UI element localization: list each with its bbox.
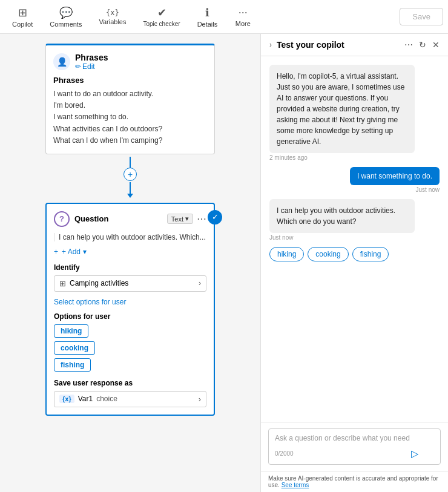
copilot-header: › Test your copilot ⋯ ↻ ✕ — [261, 34, 448, 56]
expand-icon[interactable]: › — [269, 41, 272, 49]
add-connector-button[interactable]: + — [124, 168, 137, 181]
chat-input-box: Ask a question or describe what you need… — [268, 428, 441, 465]
question-icon: ? — [54, 211, 70, 227]
option-tag[interactable]: hiking — [54, 324, 88, 338]
toolbar-copilot-label: Copilot — [12, 21, 33, 28]
bot-message: Hello, I'm copilot-5, a virtual assistan… — [269, 65, 415, 153]
save-response-row[interactable]: {x} Var1 choice › — [54, 391, 206, 407]
bot-message-wrap: I can help you with outdoor activities. … — [269, 199, 440, 241]
chat-input-placeholder[interactable]: Ask a question or describe what you need — [275, 434, 418, 442]
copilot-title: Test your copilot — [277, 40, 400, 50]
more-icon: ··· — [239, 6, 248, 19]
question-card: ? Question Text ▾ ⋯ ✓ I can help you wit… — [45, 203, 215, 416]
select-options-link[interactable]: Select options for user — [54, 298, 206, 306]
phrases-card-icon: 👤 — [53, 53, 70, 70]
connector-top: + — [124, 157, 137, 194]
toolbar-variables-label: Variables — [99, 18, 126, 25]
question-card-header: ? Question Text ▾ ⋯ — [54, 211, 206, 227]
options-label: Options for user — [54, 312, 206, 321]
question-message: I can help you with outdoor activities. … — [54, 233, 206, 241]
chevron-right-icon-save: › — [199, 395, 201, 404]
toolbar-variables[interactable]: {x} Variables — [91, 6, 133, 28]
user-message-wrap: I want something to do.Just now — [350, 167, 440, 193]
bot-message-wrap: Hello, I'm copilot-5, a virtual assistan… — [269, 65, 440, 161]
toolbar-more[interactable]: ··· More — [227, 4, 259, 30]
chat-options: hikingcookingfishing — [269, 247, 440, 261]
vert-line-top — [130, 157, 131, 168]
header-icons: ⋯ ↻ ✕ — [404, 40, 440, 50]
pencil-icon: ✏ — [75, 62, 81, 71]
toolbar-comments-label: Comments — [50, 21, 82, 28]
edit-link[interactable]: ✏ Edit — [75, 62, 108, 71]
phrases-card-title: Phrases — [75, 53, 108, 62]
user-timestamp: Just now — [416, 186, 440, 193]
identify-row[interactable]: ⊞ Camping activities › — [54, 275, 206, 292]
question-type-badge[interactable]: Text ▾ — [167, 214, 193, 224]
main-content: 👤 Phrases ✏ Edit Phrases I want to do an… — [0, 34, 448, 492]
toolbar-details-label: Details — [197, 21, 218, 28]
toolbar-copilot[interactable]: ⊞ Copilot — [5, 4, 40, 30]
identify-label: Identify — [54, 263, 206, 272]
phrase-item: What can I do when I'm camping? — [53, 135, 207, 146]
bot-timestamp: Just now — [269, 234, 440, 241]
copilot-icon: ⊞ — [18, 6, 27, 19]
send-button[interactable]: ▷ — [411, 448, 418, 459]
phrase-item: I want something to do. — [53, 111, 207, 123]
var-type: choice — [96, 395, 117, 403]
chevron-down-icon-add: ▾ — [83, 248, 87, 256]
toolbar-details[interactable]: ℹ Details — [190, 4, 225, 30]
right-panel: › Test your copilot ⋯ ↻ ✕ Hello, I'm cop… — [260, 34, 448, 492]
phrases-section-title: Phrases — [53, 76, 207, 85]
more-options-icon[interactable]: ⋯ — [404, 40, 413, 50]
phrase-item: I want to do an outdoor activity. — [53, 88, 207, 100]
details-icon: ℹ — [205, 6, 209, 19]
question-more-button[interactable]: ⋯ — [197, 213, 206, 225]
var-badge: {x} — [59, 395, 74, 403]
left-panel: 👤 Phrases ✏ Edit Phrases I want to do an… — [0, 34, 260, 492]
phrases-card: 👤 Phrases ✏ Edit Phrases I want to do an… — [45, 44, 215, 154]
chat-option-button[interactable]: hiking — [269, 247, 304, 261]
disclaimer: Make sure AI-generated content is accura… — [261, 471, 448, 492]
phrase-item: What activities can I do outdoors? — [53, 123, 207, 135]
option-tag[interactable]: fishing — [54, 358, 91, 372]
variables-icon: {x} — [106, 8, 119, 17]
chevron-right-icon: › — [199, 279, 201, 287]
bot-message: I can help you with outdoor activities. … — [269, 199, 415, 233]
toolbar-comments[interactable]: 💬 Comments — [42, 4, 89, 30]
save-response-label: Save user response as — [54, 379, 206, 387]
option-tag[interactable]: cooking — [54, 341, 95, 355]
chat-area: Hello, I'm copilot-5, a virtual assistan… — [261, 56, 448, 422]
chevron-down-icon: ▾ — [185, 215, 189, 223]
close-icon[interactable]: ✕ — [432, 40, 440, 50]
add-button[interactable]: + + Add ▾ — [54, 248, 206, 256]
chat-input-footer: 0/2000 ▷ — [275, 448, 418, 459]
toolbar-topic-checker-label: Topic checker — [143, 21, 180, 28]
topic-checker-icon: ✔ — [157, 6, 166, 19]
user-message: I want something to do. — [350, 167, 440, 185]
chat-option-button[interactable]: cooking — [308, 247, 348, 261]
comments-icon: 💬 — [59, 6, 73, 19]
save-button[interactable]: Save — [400, 8, 443, 25]
chat-option-button[interactable]: fishing — [352, 247, 389, 261]
question-title: Question — [74, 214, 167, 223]
toolbar-more-label: More — [236, 20, 251, 27]
var-name: Var1 — [78, 395, 93, 403]
card-header: 👤 Phrases ✏ Edit — [53, 53, 207, 71]
toolbar-topic-checker[interactable]: ✔ Topic checker — [136, 4, 187, 30]
toolbar: ⊞ Copilot 💬 Comments {x} Variables ✔ Top… — [0, 0, 448, 34]
table-icon: ⊞ — [59, 279, 66, 288]
arrow-down — [130, 182, 131, 194]
check-circle-icon: ✓ — [208, 210, 222, 225]
phrases-list: I want to do an outdoor activity.I'm bor… — [53, 88, 207, 146]
see-terms-link[interactable]: See terms — [282, 482, 309, 488]
phrase-item: I'm bored. — [53, 100, 207, 111]
option-tags: hikingcookingfishing — [54, 324, 206, 372]
chat-input-area: Ask a question or describe what you need… — [261, 422, 448, 471]
char-count: 0/2000 — [275, 450, 294, 457]
plus-icon: + — [54, 248, 58, 256]
refresh-icon[interactable]: ↻ — [419, 40, 426, 50]
bot-timestamp: 2 minutes ago — [269, 154, 440, 161]
